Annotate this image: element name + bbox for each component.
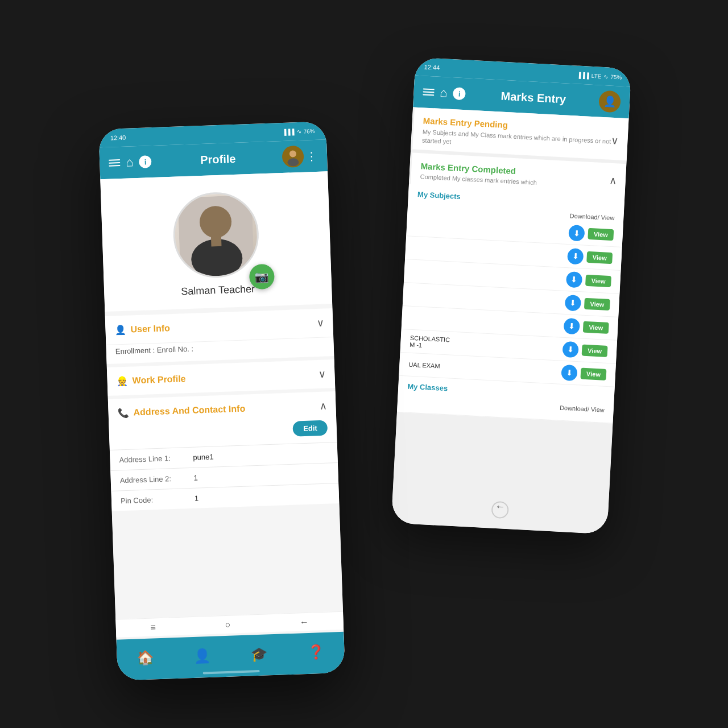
profile-name: Salman Teacher — [181, 283, 255, 298]
front-battery-label: 76% — [303, 128, 315, 135]
edit-button[interactable]: Edit — [293, 420, 328, 437]
download-icon-7[interactable]: ⬇ — [561, 365, 577, 381]
back-status-icons: ▐▐▐ LTE ∿ 75% — [577, 72, 622, 80]
front-info-icon: i — [139, 155, 152, 168]
back-info-icon: i — [453, 87, 466, 100]
row-label-3 — [413, 271, 566, 279]
download-view-header: Download/ View — [569, 212, 614, 221]
teacher-avatar-svg — [177, 195, 254, 277]
view-btn-3[interactable]: View — [585, 275, 611, 287]
back-soft-btn[interactable]: ← — [300, 617, 309, 627]
view-btn-7[interactable]: View — [581, 367, 607, 380]
back-avatar[interactable]: 👤 — [598, 90, 621, 113]
row-actions-3: ⬇ View — [566, 271, 611, 289]
front-time: 12:40 — [110, 134, 126, 142]
work-icon: 👷 — [116, 375, 128, 387]
nav-item-academic[interactable]: 🎓 — [250, 646, 268, 662]
front-signal-icon: ▐▐▐ — [282, 129, 295, 135]
row-label-annual: UAL EXAM — [408, 361, 561, 375]
academic-nav-icon: 🎓 — [250, 646, 268, 662]
view-btn-4[interactable]: View — [584, 298, 610, 311]
home-indicator-bar — [203, 670, 260, 674]
front-home-icon[interactable]: ⌂ — [126, 155, 134, 169]
enrollment-label: Enrollment : Enroll No. : — [115, 345, 194, 356]
download-icon-6[interactable]: ⬇ — [562, 341, 579, 358]
work-profile-header[interactable]: 👷 Work Profile ∨ — [107, 359, 336, 396]
back-hamburger-menu[interactable] — [423, 88, 435, 96]
back-page-title: Marks Entry — [473, 88, 594, 107]
front-wifi-icon: ∿ — [296, 128, 301, 134]
marks-completed-accordion[interactable]: Marks Entry Completed Completed My class… — [397, 152, 626, 423]
download-icon-4[interactable]: ⬇ — [565, 295, 581, 311]
profile-nav-icon: 👤 — [193, 648, 211, 664]
svg-rect-7 — [211, 235, 222, 247]
front-phone: 12:40 ▐▐▐ ∿ 76% ⌂ i Profile — [98, 121, 345, 680]
back-wifi-icon: ∿ — [603, 73, 609, 79]
work-profile-section: 👷 Work Profile ∨ — [107, 359, 336, 396]
phone-icon: 📞 — [117, 407, 129, 419]
pincode-label: Pin Code: — [121, 494, 195, 506]
row-actions-2: ⬇ View — [567, 248, 613, 266]
pending-chevron-down-icon: ∨ — [611, 134, 619, 147]
download-icon-2[interactable]: ⬇ — [567, 248, 584, 264]
address-line2-value: 1 — [193, 474, 198, 482]
profile-content: 📷 Salman Teacher 👤 User Info ∨ Enrollmen… — [100, 171, 344, 660]
front-avatar[interactable] — [282, 146, 304, 168]
view-btn-1[interactable]: View — [588, 228, 614, 241]
user-icon: 👤 — [114, 324, 126, 336]
front-hamburger-menu[interactable] — [109, 159, 120, 167]
back-signal-icon: ▐▐▐ — [577, 72, 589, 78]
row-actions-1: ⬇ View — [568, 225, 614, 243]
download-icon-1[interactable]: ⬇ — [568, 225, 585, 241]
back-lte-label: LTE — [591, 72, 601, 79]
row-label-4 — [412, 295, 565, 303]
row-actions-7: ⬇ View — [561, 365, 606, 383]
row-label-5 — [411, 318, 564, 326]
download-icon-3[interactable]: ⬇ — [566, 271, 582, 288]
row-label-1 — [416, 225, 569, 233]
home-soft-btn[interactable]: ○ — [225, 619, 230, 630]
row-label-scholastic: SCHOLASTICM -1 — [410, 334, 563, 356]
address-contact-section: 📞 Address And Contact Info ∧ Edit Addres… — [108, 391, 340, 511]
profile-photo — [172, 191, 260, 279]
view-btn-5[interactable]: View — [583, 321, 609, 333]
user-info-chevron-down-icon: ∨ — [316, 317, 324, 329]
row-actions-5: ⬇ View — [564, 318, 609, 336]
back-time: 12:44 — [424, 63, 440, 71]
menu-soft-btn[interactable]: ≡ — [150, 622, 156, 632]
camera-icon: 📷 — [255, 270, 270, 284]
classes-download-view-header: Download/ View — [560, 404, 605, 413]
address-line1-label: Address Line 1: — [119, 453, 193, 465]
nav-item-home[interactable]: 🏠 — [136, 650, 154, 666]
front-page-title: Profile — [159, 151, 276, 168]
work-profile-chevron-down-icon: ∨ — [318, 368, 326, 380]
pincode-value: 1 — [195, 494, 199, 503]
row-label-2 — [415, 248, 568, 256]
back-battery-label: 75% — [610, 73, 622, 80]
download-icon-5[interactable]: ⬇ — [564, 318, 580, 334]
front-dots-menu[interactable]: ⋮ — [306, 149, 318, 163]
view-btn-2[interactable]: View — [586, 251, 613, 264]
nav-item-help[interactable]: ❓ — [307, 644, 325, 660]
row-actions-6: ⬇ View — [562, 341, 608, 359]
bottom-nav: 🏠 👤 🎓 ❓ — [117, 632, 345, 681]
user-info-section: 👤 User Info ∨ Enrollment : Enroll No. : — [105, 308, 334, 364]
address-chevron-up-icon: ∧ — [319, 400, 327, 412]
home-nav-icon: 🏠 — [136, 650, 154, 666]
view-btn-6[interactable]: View — [582, 344, 608, 357]
back-phone: 12:44 ▐▐▐ LTE ∿ 75% ⌂ i Marks Entry 👤 — [391, 57, 631, 535]
address-title: 📞 Address And Contact Info — [117, 403, 245, 419]
nav-item-profile[interactable]: 👤 — [193, 648, 211, 664]
back-content: Marks Entry Pending My Subjects and My C… — [391, 107, 629, 534]
work-profile-title: 👷 Work Profile — [116, 374, 186, 387]
front-status-icons: ▐▐▐ ∿ 76% — [282, 128, 315, 135]
address-line1-value: pune1 — [193, 453, 214, 462]
completed-chevron-up-icon: ∧ — [609, 174, 617, 187]
address-line2-label: Address Line 2: — [120, 474, 194, 485]
row-actions-4: ⬇ View — [565, 295, 610, 313]
help-nav-icon: ❓ — [307, 644, 325, 660]
profile-photo-section: 📷 Salman Teacher — [100, 171, 332, 312]
camera-icon-btn[interactable]: 📷 — [249, 264, 275, 290]
user-info-title: 👤 User Info — [114, 323, 170, 336]
back-home-icon[interactable]: ⌂ — [440, 85, 448, 101]
